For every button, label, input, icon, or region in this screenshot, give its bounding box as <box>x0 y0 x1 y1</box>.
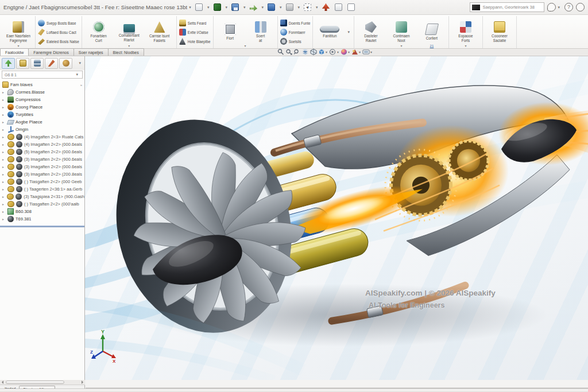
window-layout-button[interactable] <box>332 2 344 13</box>
group-caret-icon[interactable] <box>465 44 466 48</box>
horizontal-scrollbar[interactable] <box>0 380 85 385</box>
tree-item[interactable]: Compressios <box>1 96 84 103</box>
display-manager-tab[interactable] <box>59 58 72 69</box>
exploded-view-button[interactable]: Eopaooe Forts <box>451 21 480 43</box>
tree-item[interactable]: Cormes.Blasse <box>1 88 84 96</box>
save-caret-icon[interactable] <box>243 5 246 10</box>
title-dropdown-caret-icon[interactable] <box>189 5 191 10</box>
save-button[interactable] <box>230 2 241 13</box>
tab-sketch[interactable]: Fanemgre Dicrenos <box>28 48 74 56</box>
boundary-boss-button[interactable]: Eateied Bosis Natse <box>38 37 79 45</box>
new-caret-icon[interactable] <box>225 5 227 10</box>
new-document-button[interactable] <box>211 2 223 13</box>
expand-icon[interactable] <box>2 165 6 169</box>
display-style-icon[interactable] <box>318 49 328 55</box>
caret-icon[interactable] <box>348 50 350 54</box>
tab-features[interactable]: Faatooldw <box>0 48 29 56</box>
tree-item[interactable]: Turpbties <box>1 111 84 118</box>
grid-view-button[interactable] <box>345 2 357 13</box>
tree-filter-input[interactable]: G6 8 1 <box>2 71 83 79</box>
draft-button[interactable]: Fonmtaerr <box>280 28 311 36</box>
expand-icon[interactable] <box>2 187 6 191</box>
tree-item[interactable]: ( ) Tiasgaften 2<2> (000 Geeb <box>1 178 84 185</box>
tree-root-item[interactable]: Fam blaves <box>1 81 84 88</box>
view-orientation-icon[interactable] <box>310 49 317 55</box>
tree-item[interactable]: (3) Taagspiea 2<31> (900.Gash <box>1 193 84 200</box>
tree-item[interactable]: Omgin <box>1 126 84 133</box>
swept-boss-button[interactable]: Svepp Bosts Base <box>38 19 79 27</box>
tree-item[interactable]: (3) Imagaften 2<2> (900.6eals <box>1 156 84 163</box>
select-caret-icon[interactable] <box>316 5 318 10</box>
property-manager-tab[interactable] <box>16 58 29 69</box>
cut-with-surface-button[interactable]: Comatertiant Riarlot <box>115 22 144 42</box>
account-icon[interactable] <box>576 3 585 11</box>
zoom-previous-icon[interactable] <box>293 49 300 55</box>
search-input[interactable]: Saeppann, Georteiroark 38 <box>470 2 544 12</box>
intersect-button[interactable]: Dasteler Rautet <box>357 21 385 43</box>
lofted-boss-button[interactable]: Loftaed Bosu Cact <box>38 28 79 36</box>
expand-icon[interactable] <box>2 112 6 117</box>
sheet-count[interactable]: 21 <box>430 44 434 48</box>
configuration-manager-tab[interactable] <box>30 58 44 69</box>
caret-icon[interactable] <box>359 50 361 54</box>
tree-item[interactable]: Coong Plaece <box>1 103 84 111</box>
graphics-viewport[interactable]: AISpeakify.com | © 2026 AISpeakify AI To… <box>85 56 588 380</box>
fillet-button[interactable]: Fiort <box>216 24 245 41</box>
tree-item[interactable]: (4) Imagaften 2<2> (000.6eals <box>1 141 84 148</box>
rebuild-caret-icon[interactable] <box>261 5 264 10</box>
expand-icon[interactable] <box>2 127 6 131</box>
tree-item[interactable]: (3) Imagaften 2<2> (000.6eals <box>1 163 84 170</box>
group-caret-icon[interactable] <box>17 44 19 48</box>
expand-icon[interactable] <box>2 209 6 214</box>
tree-item[interactable]: (4) Imagaften 2<3> Ruate Cats <box>1 133 84 141</box>
view-settings-icon[interactable] <box>362 49 373 55</box>
expand-icon[interactable] <box>2 195 5 199</box>
tab-sheet-metal[interactable]: Biect: Niodbes <box>108 48 144 56</box>
corner-cut-button[interactable]: Carnse lsunt Fasiets <box>145 21 174 43</box>
revolved-cut-button[interactable]: Fonarbien Curt <box>84 21 113 43</box>
scroll-right-arrow-icon[interactable] <box>80 381 85 385</box>
dimxpert-tab[interactable] <box>45 58 58 69</box>
expand-icon[interactable] <box>2 202 6 206</box>
tab-surfaces[interactable]: Soer napeljes <box>74 48 109 56</box>
tree-item[interactable]: (5) Imagaften 2<2> (000.6eals <box>1 148 84 156</box>
linear-pattern-button[interactable]: Doents Funte <box>280 19 311 27</box>
expand-icon[interactable] <box>2 120 6 124</box>
open-caret-icon[interactable] <box>280 5 282 10</box>
tree-item[interactable]: Aogbe Plaece <box>1 118 84 126</box>
expand-right-icon[interactable] <box>80 83 82 87</box>
help-icon[interactable]: ? <box>564 3 573 11</box>
template-button[interactable] <box>194 2 205 13</box>
rebuild-button[interactable] <box>247 2 259 13</box>
caret-icon[interactable] <box>370 50 372 54</box>
group-caret-icon[interactable] <box>128 44 130 48</box>
group-caret-icon[interactable] <box>400 44 402 48</box>
print-caret-icon[interactable] <box>297 5 300 10</box>
scrollbar-thumb[interactable] <box>6 381 64 384</box>
tree-item[interactable]: T69.381 <box>1 215 84 223</box>
thread-button[interactable]: Hote Blaeptbe <box>179 37 211 45</box>
expand-icon[interactable] <box>2 150 6 154</box>
select-tool-button[interactable] <box>302 2 314 13</box>
expand-icon[interactable] <box>2 98 6 102</box>
template-caret-icon[interactable] <box>207 5 210 10</box>
mirror-button[interactable]: Contmaen Noot <box>387 21 416 43</box>
search-command-bubble-icon[interactable] <box>547 3 556 11</box>
filter-caret-icon[interactable] <box>76 72 78 77</box>
expand-icon[interactable] <box>2 142 6 146</box>
panel-caret-icon[interactable] <box>79 61 81 65</box>
wrap-button[interactable]: Fanititun <box>315 26 344 38</box>
tree-item[interactable]: ( ) Taagerten 2<36:1> aa.Gerb <box>1 185 84 193</box>
expand-icon[interactable] <box>2 217 6 221</box>
chamfer-button[interactable]: Soert at <box>246 21 275 43</box>
hide-show-items-icon[interactable] <box>329 49 339 55</box>
expand-icon[interactable] <box>2 135 6 139</box>
shell-button[interactable]: Soetslis <box>280 37 311 45</box>
hole-wizard-button[interactable]: Setts Feard <box>179 19 211 27</box>
edit-appearance-icon[interactable] <box>341 49 350 55</box>
section-view-icon[interactable] <box>301 49 309 55</box>
caret-icon[interactable] <box>337 50 339 54</box>
extruded-boss-button[interactable]: Eaer Nasrfalen Fagenyree <box>4 21 33 43</box>
tree-item[interactable]: (3) Imagaften 2<2> (200.8eals <box>1 170 84 178</box>
caret-icon[interactable] <box>326 50 327 54</box>
